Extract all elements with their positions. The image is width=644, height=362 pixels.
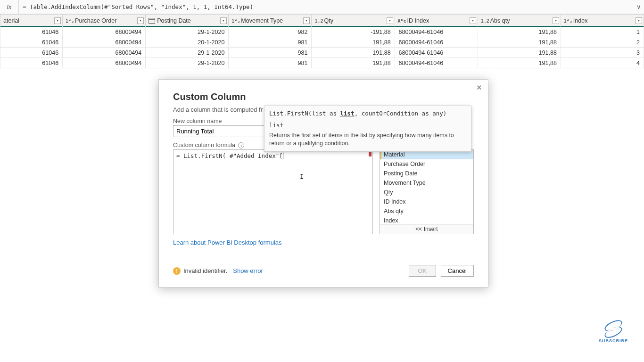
table-cell[interactable]: 68000494	[63, 37, 146, 48]
chevron-down-icon[interactable]: ▾	[387, 17, 393, 24]
subscribe-watermark: SUBSCRIBE	[599, 321, 628, 343]
text-cursor-icon: I	[300, 173, 304, 180]
column-header-label: Abs qty	[490, 17, 510, 24]
column-header[interactable]: 1.2Abs qty▾	[478, 15, 561, 27]
available-column-item[interactable]: Purchase Order	[380, 159, 473, 169]
column-header-label: Movement Type	[241, 17, 283, 24]
chevron-down-icon[interactable]: ▾	[303, 17, 310, 24]
column-header[interactable]: 1²₃Movement Type▾	[229, 15, 312, 27]
type-icon: 1.2	[314, 18, 324, 24]
chevron-down-icon[interactable]: ▾	[220, 17, 227, 24]
table-cell[interactable]: 191,88	[312, 58, 395, 68]
ok-button[interactable]: OK	[409, 265, 436, 277]
table-cell[interactable]: 68000494-61046	[395, 27, 478, 37]
syntax-error-marker	[369, 151, 372, 156]
column-header[interactable]: 1²₃Purchase Order▾	[63, 15, 146, 27]
error-message: Invalid identifier.	[183, 267, 227, 274]
table-cell[interactable]: 61046	[0, 48, 63, 58]
formula-bar: fx = Table.AddIndexColumn(#"Sorted Rows"…	[0, 0, 644, 14]
available-columns-panel: MaterialPurchase OrderPosting DateMoveme…	[380, 149, 474, 234]
chevron-down-icon[interactable]: ▾	[636, 17, 642, 24]
chevron-down-icon[interactable]: ▾	[137, 17, 144, 24]
table-cell[interactable]: 68000494-61046	[395, 48, 478, 58]
column-header[interactable]: 1.2Qty▾	[312, 15, 395, 27]
table-cell[interactable]: 982	[229, 27, 312, 37]
chevron-down-icon[interactable]: ▾	[470, 17, 476, 24]
available-column-item[interactable]: ID Index	[380, 197, 473, 206]
column-header[interactable]: Posting Date▾	[146, 15, 229, 27]
table-cell[interactable]: 61046	[0, 58, 63, 68]
table-cell[interactable]: -191,88	[312, 27, 395, 37]
column-header-label: Index	[573, 17, 588, 24]
calendar-icon	[149, 18, 155, 24]
formula-bar-text[interactable]: = Table.AddIndexColumn(#"Sorted Rows", "…	[19, 3, 634, 10]
table-cell[interactable]: 3	[561, 48, 644, 58]
table-cell[interactable]: 29-1-2020	[146, 27, 229, 37]
intellisense-description: Returns the first set of items in the li…	[269, 132, 466, 148]
table-cell[interactable]: 29-1-2020	[146, 48, 229, 58]
available-column-item[interactable]: Abs qty	[380, 206, 473, 216]
warning-icon: !	[173, 267, 181, 275]
show-error-link[interactable]: Show error	[233, 267, 263, 274]
table-cell[interactable]: 191,88	[312, 37, 395, 48]
type-icon: 1²₃	[66, 18, 75, 24]
table-cell[interactable]: 61046	[0, 27, 63, 37]
info-icon[interactable]: i	[238, 142, 244, 148]
table-cell[interactable]: 191,88	[478, 48, 561, 58]
cancel-button[interactable]: Cancel	[441, 265, 474, 277]
close-button[interactable]: ✕	[476, 83, 482, 92]
table-cell[interactable]: 68000494-61046	[395, 58, 478, 68]
table-cell[interactable]: 68000494-61046	[395, 37, 478, 48]
table-cell[interactable]: 981	[229, 48, 312, 58]
table-cell[interactable]: 68000494	[63, 58, 146, 68]
column-header[interactable]: aterial▾	[0, 15, 63, 27]
insert-column-button[interactable]: << Insert	[380, 224, 473, 234]
table-cell[interactable]: 4	[561, 58, 644, 68]
column-header-label: aterial	[3, 17, 19, 24]
type-icon: Aᴮc	[398, 18, 407, 24]
table-row[interactable]: 610466800049420-1-2020981191,8868000494-…	[0, 37, 644, 48]
table-cell[interactable]: 61046	[0, 37, 63, 48]
learn-formulas-link[interactable]: Learn about Power BI Desktop formulas	[173, 239, 282, 246]
table-row[interactable]: 610466800049429-1-2020981191,8868000494-…	[0, 48, 644, 58]
column-header-label: Qty	[324, 17, 333, 24]
intellisense-signature: List.FirstN(list as list, countOrConditi…	[269, 110, 466, 117]
available-column-item[interactable]: Movement Type	[380, 178, 473, 188]
column-header-label: Purchase Order	[75, 17, 116, 24]
table-cell[interactable]: 68000494	[63, 27, 146, 37]
intellisense-tooltip: List.FirstN(list as list, countOrConditi…	[264, 106, 471, 152]
table-cell[interactable]: 981	[229, 37, 312, 48]
intellisense-param: list	[269, 122, 466, 129]
table-cell[interactable]: 1	[561, 27, 644, 37]
type-icon: 1²₃	[231, 18, 241, 24]
table-cell[interactable]: 191,88	[478, 58, 561, 68]
table-row[interactable]: 610466800049429-1-2020982-191,8868000494…	[0, 27, 644, 37]
table-cell[interactable]: 981	[229, 58, 312, 68]
column-header[interactable]: AᴮcID Index▾	[395, 15, 478, 27]
fx-icon[interactable]: fx	[0, 0, 19, 14]
column-header-label: Posting Date	[157, 17, 191, 24]
chevron-down-icon[interactable]: ▾	[54, 17, 61, 24]
available-column-item[interactable]: Posting Date	[380, 169, 473, 178]
custom-formula-editor[interactable]: = List.FirstN( #"Added Index"[ I	[173, 149, 373, 234]
chevron-down-icon[interactable]: ▾	[553, 17, 559, 24]
available-column-item[interactable]: Qty	[380, 188, 473, 197]
type-icon: 1²₃	[564, 18, 573, 24]
dialog-title: Custom Column	[173, 91, 474, 102]
dna-icon	[604, 321, 623, 337]
data-grid[interactable]: aterial▾1²₃Purchase Order▾Posting Date▾1…	[0, 14, 644, 68]
column-header-label: ID Index	[407, 17, 429, 24]
formula-expand-icon[interactable]: ∨	[634, 3, 644, 10]
table-cell[interactable]: 191,88	[478, 27, 561, 37]
type-icon: 1.2	[481, 18, 490, 24]
table-cell[interactable]: 191,88	[478, 37, 561, 48]
table-cell[interactable]: 2	[561, 37, 644, 48]
column-header[interactable]: 1²₃Index▾	[561, 15, 644, 27]
table-cell[interactable]: 29-1-2020	[146, 58, 229, 68]
table-cell[interactable]: 20-1-2020	[146, 37, 229, 48]
available-column-item[interactable]: Index	[380, 216, 473, 224]
table-row[interactable]: 610466800049429-1-2020981191,8868000494-…	[0, 58, 644, 68]
table-cell[interactable]: 191,88	[312, 48, 395, 58]
table-cell[interactable]: 68000494	[63, 48, 146, 58]
